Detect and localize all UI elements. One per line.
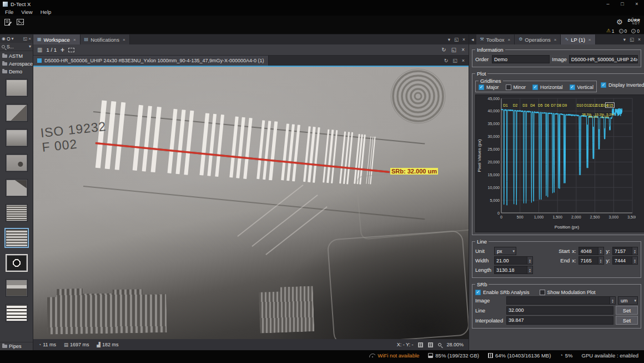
spinner-icon[interactable]: ▴▾ <box>632 247 637 255</box>
width-field[interactable]: 21.00 ▴▾ <box>494 256 533 265</box>
close-icon[interactable]: × <box>554 37 557 42</box>
image-tab-controls: ↻ ◱ × <box>444 56 469 66</box>
thumbnail-5[interactable] <box>6 179 28 197</box>
inverted-values-checkbox[interactable] <box>601 82 606 88</box>
tab-toolbox[interactable]: ⚒ Toolbox × <box>476 34 515 44</box>
thumbnail-7-selected[interactable] <box>6 229 28 247</box>
end-y-field[interactable]: 7444 ▴▾ <box>612 256 638 265</box>
length-field[interactable]: 3130.18 ▴▾ <box>494 266 533 274</box>
spinner-icon[interactable]: ▴▾ <box>598 247 603 255</box>
start-y-field[interactable]: 7157 ▴▾ <box>612 247 638 255</box>
tree-item-label: Aerospace <box>9 61 33 67</box>
major-gridlines-checkbox[interactable] <box>479 84 484 90</box>
close-button[interactable]: × <box>630 0 644 8</box>
close-icon[interactable]: × <box>462 58 465 63</box>
end-x-field[interactable]: 7165 ▴▾ <box>578 256 604 265</box>
horizontal-gridlines-checkbox[interactable] <box>532 84 538 90</box>
tree-item-demo[interactable]: Demo <box>0 68 33 76</box>
tab-workspace[interactable]: ▦ Workspace × <box>33 34 80 44</box>
image-viewport[interactable]: ISO 19232 F 002 SRb: 32.000 um <box>33 66 469 339</box>
app-window: D-Tect X – □ × File View Help ⚙ DÜRR NDT <box>0 0 644 363</box>
menu-view[interactable]: View <box>17 9 36 15</box>
thumbnail-10[interactable] <box>6 304 28 322</box>
grid-overlay-icon[interactable] <box>418 342 423 347</box>
start-x-field[interactable]: 4048 ▴▾ <box>578 247 604 255</box>
thumbnail-6[interactable] <box>6 204 28 222</box>
popout-icon[interactable]: ◱ <box>452 58 457 63</box>
srb-unit-select[interactable]: um ▾ <box>618 296 638 305</box>
warnings-badge[interactable]: ⚠ 1 <box>606 28 615 34</box>
minor-gridlines-checkbox[interactable] <box>506 84 511 90</box>
thumbnail-4[interactable] <box>6 154 28 172</box>
popout-icon[interactable]: ◱ <box>451 47 456 53</box>
srb-interpolated-set-button[interactable]: Set <box>616 316 638 325</box>
thumbnail-2[interactable] <box>6 104 28 122</box>
lp-panel-content: Information Order Demo Image D5000-HR_50… <box>469 44 644 350</box>
close-icon[interactable]: × <box>638 37 641 42</box>
chevron-down-icon[interactable]: ▾ <box>448 37 450 42</box>
svg-text:D2: D2 <box>513 103 518 107</box>
image-tab[interactable]: D5000-HR_500006_UHIP 24x30 #B3E3NU_Yxlon… <box>33 56 269 66</box>
minimize-button[interactable]: – <box>601 0 615 8</box>
chevron-down-icon[interactable]: ▾ <box>623 37 626 42</box>
spinner-icon[interactable]: ▴▾ <box>527 257 532 264</box>
close-icon[interactable]: × <box>73 37 76 42</box>
srb-line-field[interactable]: 32.000 <box>506 306 613 315</box>
spinner-icon[interactable]: ▴▾ <box>527 266 532 274</box>
spinner-icon[interactable]: ▴▾ <box>632 257 637 264</box>
spinner-icon[interactable]: ▴▾ <box>610 297 615 304</box>
select-region-icon[interactable] <box>68 48 74 52</box>
thumbnail-3[interactable] <box>6 129 28 147</box>
add-icon[interactable]: + <box>61 47 64 53</box>
tab-notifications[interactable]: ▤ Notifications × <box>80 34 130 44</box>
menu-file[interactable]: File <box>1 9 17 15</box>
menu-help[interactable]: Help <box>37 9 56 15</box>
cursor-coordinates: X: - Y: - <box>397 342 414 347</box>
tile-view-icon[interactable] <box>428 342 433 347</box>
srb-line-set-button[interactable]: Set <box>616 306 638 315</box>
chevron-down-icon[interactable]: ▾ <box>12 37 14 41</box>
refresh-icon[interactable]: ↻ <box>444 58 449 63</box>
close-icon[interactable]: × <box>123 37 125 42</box>
tab-operations[interactable]: ⚙ Operations × <box>515 34 561 44</box>
messages-badge[interactable]: i 0 <box>631 28 640 34</box>
vertical-gridlines-checkbox[interactable] <box>570 84 575 90</box>
srb-interpolated-field[interactable]: 39.847 <box>506 316 613 325</box>
enable-srb-checkbox[interactable] <box>475 290 481 295</box>
chevron-down-icon[interactable]: ▾ <box>29 44 31 49</box>
search-bar[interactable]: S... ▾ <box>0 43 33 51</box>
spinner-icon[interactable]: ▴▾ <box>598 257 603 264</box>
close-icon[interactable]: × <box>461 47 465 53</box>
srb-image-field[interactable]: ▴▾ <box>506 296 616 305</box>
thumbnail-9[interactable] <box>6 279 28 297</box>
close-icon[interactable]: × <box>28 37 31 41</box>
image-field[interactable]: D5000-HR_500006_UHIP 24x30 #B <box>569 55 638 63</box>
tree-item-aerospace[interactable]: Aerospace <box>0 60 33 68</box>
line-group-title: Line <box>475 238 489 245</box>
tree-item-pipes[interactable]: Pipes <box>0 342 33 350</box>
close-icon[interactable]: × <box>507 37 510 42</box>
popout-icon[interactable]: ◱ <box>630 37 634 42</box>
popout-icon[interactable]: ◱ <box>23 37 28 41</box>
thumbnail-8[interactable] <box>6 254 28 272</box>
close-icon[interactable]: × <box>588 37 591 42</box>
settings-gear-icon[interactable]: ⚙ <box>616 18 623 26</box>
zoom-level[interactable]: 28.00% <box>446 342 464 347</box>
collapse-panel-icon[interactable]: ◂ <box>469 37 476 42</box>
zoom-icon[interactable] <box>438 343 441 346</box>
popout-icon[interactable]: ◱ <box>454 37 459 42</box>
unit-select[interactable]: px ▾ <box>494 247 516 255</box>
show-modulation-checkbox[interactable] <box>540 290 545 295</box>
tree-item-astm[interactable]: ASTM <box>0 52 33 60</box>
refresh-icon[interactable]: ↻ <box>441 47 446 53</box>
thumbnail-1[interactable] <box>6 79 28 97</box>
restore-button[interactable]: □ <box>615 0 630 8</box>
tab-lp[interactable]: ∿ LP (1) × <box>561 34 595 44</box>
layout-icon[interactable]: ▥ <box>37 47 42 53</box>
report-edit-icon[interactable] <box>4 18 12 26</box>
close-icon[interactable]: × <box>462 37 465 42</box>
line-profile-chart[interactable]: 05001,0001,5002,0002,5003,0003,50005,000… <box>475 95 644 232</box>
info-badge[interactable]: i 0 <box>619 28 627 34</box>
order-field[interactable]: Demo <box>492 55 550 63</box>
image-report-icon[interactable] <box>16 18 24 26</box>
